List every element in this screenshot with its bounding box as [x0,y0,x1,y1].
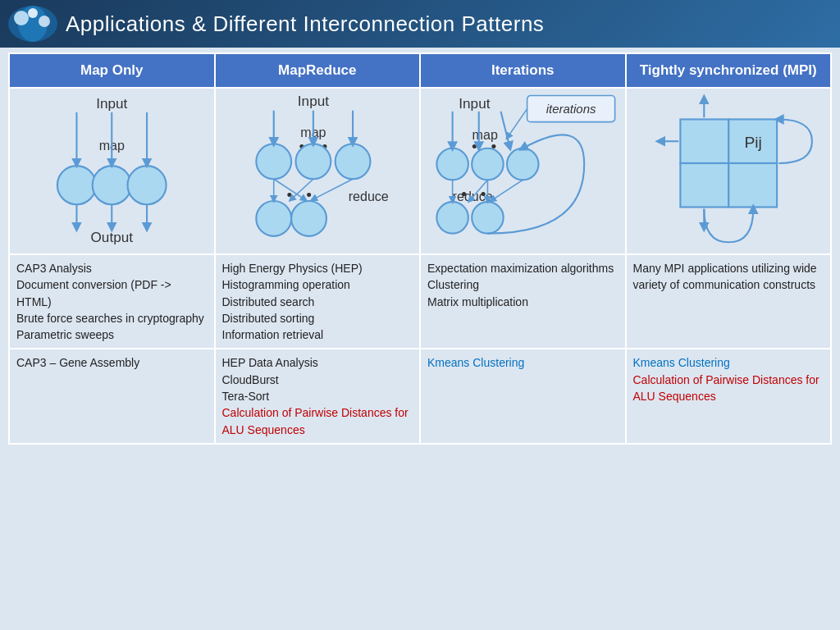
svg-point-2 [14,11,29,25]
diagram-mapreduce: Input map • • reduce • [215,88,421,254]
apps-mpi-2-text: Kmeans Clustering Calculation of Pairwis… [633,354,824,404]
diagram-row: Input map • • [9,88,831,254]
svg-text:iterations: iterations [546,102,596,116]
diagram-mpi: Pij [626,88,832,254]
svg-text:Input: Input [459,96,490,112]
svg-point-11 [128,166,167,204]
svg-point-46 [472,148,504,180]
svg-line-40 [508,109,527,137]
svg-rect-63 [728,163,777,208]
svg-point-32 [256,201,291,236]
apps-maponly-2: CAP3 – Gene Assembly [9,349,215,443]
apps-iterations-2-text: Kmeans Clustering [427,354,619,371]
svg-line-37 [313,179,352,199]
apps-mapreduce-2: HEP Data Analysis CloudBurst Tera-Sort C… [215,349,421,443]
apps-mapreduce-2-text: HEP Data Analysis CloudBurst Tera-Sort C… [222,354,413,437]
col-header-mapreduce: MapReduce [215,53,421,88]
svg-rect-60 [680,119,728,163]
svg-text:Pij: Pij [744,134,761,151]
svg-text:Input: Input [96,96,127,112]
col-header-iterations: Iterations [420,53,626,88]
svg-point-9 [57,166,96,204]
svg-point-24 [295,144,331,179]
apps-mapreduce-1-text: High Energy Physics (HEP) Histogramming … [222,260,413,343]
apps-maponly-1-text: CAP3 Analysis Document conversion (PDF -… [16,260,208,343]
svg-text:•: • [461,185,467,203]
apps-row1: CAP3 Analysis Document conversion (PDF -… [9,254,831,349]
apps-iterations-2-blue: Kmeans Clustering [427,356,524,369]
main-table: Map Only MapReduce Iterations Tightly sy… [8,52,832,445]
main-table-container: Map Only MapReduce Iterations Tightly sy… [0,48,840,450]
svg-point-25 [335,144,370,179]
page-header: Applications & Different Interconnection… [0,0,840,48]
col-header-maponly: Map Only [9,53,215,88]
col-header-mpi: Tightly synchronized (MPI) [626,53,832,88]
svg-point-55 [472,202,504,234]
svg-line-59 [492,180,523,200]
svg-point-45 [436,148,468,180]
apps-mpi-2-blue: Kmeans Clustering [633,356,730,369]
apps-row2: CAP3 – Gene Assembly HEP Data Analysis C… [9,349,831,443]
svg-text:reduce: reduce [348,189,388,203]
svg-text:Output: Output [91,230,134,245]
svg-line-50 [500,112,509,147]
svg-point-3 [39,16,50,27]
apps-maponly-1: CAP3 Analysis Document conversion (PDF -… [9,254,215,349]
apps-mpi-1-text: Many MPI applications utilizing wide var… [633,260,824,294]
diagram-iterations: iterations Input map • • [420,88,626,254]
svg-point-54 [436,202,468,234]
header-logo-icon [5,3,61,44]
apps-iterations-2: Kmeans Clustering [420,349,626,443]
header-row: Map Only MapReduce Iterations Tightly sy… [9,53,831,88]
svg-text:Input: Input [297,94,328,109]
apps-mapreduce-2-red: Calculation of Pairwise Distances for AL… [222,406,409,436]
apps-iterations-1-text: Expectation maximization algorithms Clus… [427,260,619,310]
apps-maponly-2-text: CAP3 – Gene Assembly [16,354,208,371]
svg-point-4 [28,8,38,18]
svg-point-23 [256,144,291,179]
apps-mpi-2-red: Calculation of Pairwise Distances for AL… [633,373,819,403]
apps-mapreduce-1: High Energy Physics (HEP) Histogramming … [215,254,421,349]
svg-point-10 [93,166,131,204]
apps-mpi-2: Kmeans Clustering Calculation of Pairwis… [626,349,832,443]
svg-point-47 [507,148,539,180]
svg-rect-62 [680,163,728,208]
diagram-maponly: Input map • • [9,88,215,254]
apps-iterations-1: Expectation maximization algorithms Clus… [420,254,626,349]
apps-mpi-1: Many MPI applications utilizing wide var… [626,254,832,349]
page-title: Applications & Different Interconnection… [66,11,544,37]
svg-point-33 [291,201,326,236]
